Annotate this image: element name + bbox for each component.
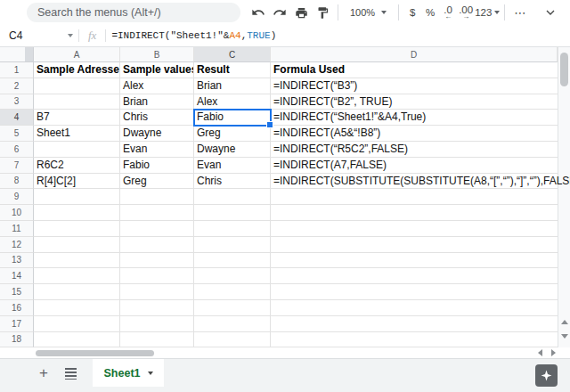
cell-D8[interactable]: =INDIRECT(SUBSTITUTE(SUBSTITUTE(A8,“[”,“… — [271, 174, 558, 190]
fill-handle[interactable] — [266, 121, 273, 128]
cell-C18[interactable] — [194, 332, 271, 348]
cell-A14[interactable] — [34, 268, 120, 284]
cell-B1[interactable]: Sample values — [120, 62, 194, 78]
cell-C14[interactable] — [194, 268, 271, 284]
cell-B2[interactable]: Alex — [120, 78, 194, 94]
column-header-A[interactable]: A — [34, 47, 120, 62]
vertical-scrollbar-thumb[interactable] — [560, 53, 568, 86]
cell-A17[interactable] — [34, 316, 120, 332]
row-header-12[interactable]: 12 — [0, 237, 34, 253]
cell-D12[interactable] — [271, 237, 558, 253]
scroll-up-icon[interactable] — [561, 320, 568, 324]
cell-A18[interactable] — [34, 332, 120, 348]
cell-C3[interactable]: Alex — [194, 94, 271, 110]
scroll-right-icon[interactable] — [551, 349, 556, 356]
cell-C2[interactable]: Brian — [194, 78, 271, 94]
cell-C15[interactable] — [194, 284, 271, 300]
cell-A10[interactable] — [34, 205, 120, 221]
cell-A4[interactable]: B7 — [34, 110, 120, 126]
cell-B18[interactable] — [120, 332, 194, 348]
cell-D11[interactable] — [271, 221, 558, 237]
row-header-18[interactable]: 18 — [0, 332, 34, 348]
cell-C1[interactable]: Result — [194, 62, 271, 78]
scroll-left-icon[interactable] — [538, 349, 542, 356]
cell-B8[interactable]: Greg — [120, 174, 194, 190]
cell-B6[interactable]: Evan — [120, 142, 194, 158]
row-header-14[interactable]: 14 — [0, 268, 34, 284]
row-header-9[interactable]: 9 — [0, 189, 34, 205]
row-header-4[interactable]: 4 — [0, 110, 34, 126]
cell-C4[interactable]: Fabio — [194, 110, 271, 126]
cell-C8[interactable]: Chris — [194, 174, 271, 190]
row-header-15[interactable]: 15 — [0, 284, 34, 300]
column-header-B[interactable]: B — [120, 47, 194, 62]
cell-D3[interactable]: =INDIRECT(“B2”, TRUE) — [271, 94, 558, 110]
cell-D9[interactable] — [271, 189, 558, 205]
cell-C5[interactable]: Greg — [194, 126, 271, 142]
cell-D7[interactable]: =INDIRECT(A7,FALSE) — [271, 158, 558, 174]
horizontal-scrollbar[interactable] — [0, 347, 570, 358]
cell-C13[interactable] — [194, 253, 271, 269]
cell-B14[interactable] — [120, 268, 194, 284]
cell-D13[interactable] — [271, 253, 558, 269]
paint-format-button[interactable] — [312, 2, 333, 23]
cell-B10[interactable] — [120, 205, 194, 221]
cell-C10[interactable] — [194, 205, 271, 221]
cell-B7[interactable]: Fabio — [120, 158, 194, 174]
row-header-7[interactable]: 7 — [0, 158, 34, 174]
row-header-3[interactable]: 3 — [0, 94, 34, 110]
increase-decimal-button[interactable]: .00 → — [457, 2, 475, 23]
row-header-13[interactable]: 13 — [0, 253, 34, 269]
row-header-11[interactable]: 11 — [0, 221, 34, 237]
scroll-down-icon[interactable] — [561, 334, 568, 339]
add-sheet-button[interactable]: + — [34, 363, 53, 383]
cell-B16[interactable] — [120, 300, 194, 316]
cell-D17[interactable] — [271, 316, 558, 332]
cell-A9[interactable] — [34, 189, 120, 205]
cell-D4[interactable]: =INDIRECT(“Sheet1!”&A4,True) — [271, 110, 558, 126]
cell-D5[interactable]: =INDIRECT(A5&“!B8”) — [271, 126, 558, 142]
cell-C11[interactable] — [194, 221, 271, 237]
format-percent-button[interactable]: % — [421, 2, 439, 23]
row-header-8[interactable]: 8 — [0, 174, 34, 190]
sheet-tab-sheet1[interactable]: Sheet1 — [93, 359, 164, 387]
cell-C12[interactable] — [194, 237, 271, 253]
cell-C9[interactable] — [194, 189, 271, 205]
cell-A5[interactable]: Sheet1 — [34, 126, 120, 142]
cell-A13[interactable] — [34, 253, 120, 269]
cell-B9[interactable] — [120, 189, 194, 205]
cell-A11[interactable] — [34, 221, 120, 237]
cell-D1[interactable]: Formula Used — [271, 62, 558, 78]
cell-B13[interactable] — [120, 253, 194, 269]
menu-search-input[interactable] — [27, 3, 240, 22]
row-header-5[interactable]: 5 — [0, 126, 34, 142]
row-header-6[interactable]: 6 — [0, 142, 34, 158]
cell-A2[interactable] — [34, 78, 120, 94]
cell-A12[interactable] — [34, 237, 120, 253]
all-sheets-button[interactable] — [61, 363, 80, 383]
row-header-2[interactable]: 2 — [0, 78, 34, 94]
cell-B3[interactable]: Brian — [120, 94, 194, 110]
cell-A6[interactable] — [34, 142, 120, 158]
column-header-C[interactable]: C — [194, 47, 271, 62]
zoom-menu[interactable]: 100% — [346, 3, 390, 22]
cell-B11[interactable] — [120, 221, 194, 237]
format-currency-button[interactable]: $ — [403, 2, 421, 23]
cell-D18[interactable] — [271, 332, 558, 348]
cell-A3[interactable] — [34, 94, 120, 110]
cell-A15[interactable] — [34, 284, 120, 300]
horizontal-scrollbar-thumb[interactable] — [36, 350, 154, 356]
cell-B4[interactable]: Chris — [120, 110, 194, 126]
cell-D2[interactable]: =INDIRECT(“B3”) — [271, 78, 558, 94]
more-toolbar-button[interactable]: ⋯ — [509, 2, 531, 23]
cell-A7[interactable]: R6C2 — [34, 158, 120, 174]
row-header-16[interactable]: 16 — [0, 300, 34, 316]
cell-B12[interactable] — [120, 237, 194, 253]
formula-input[interactable]: =INDIRECT("Sheet1!"&A4,TRUE) — [106, 30, 570, 41]
cell-B15[interactable] — [120, 284, 194, 300]
number-format-button[interactable]: 123 — [475, 2, 500, 23]
cell-B5[interactable]: Dwayne — [120, 126, 194, 142]
cell-A1[interactable]: Sample Adresses — [34, 62, 120, 78]
decrease-decimal-button[interactable]: .0 ← — [439, 2, 457, 23]
cell-C6[interactable]: Dwayne — [194, 142, 271, 158]
